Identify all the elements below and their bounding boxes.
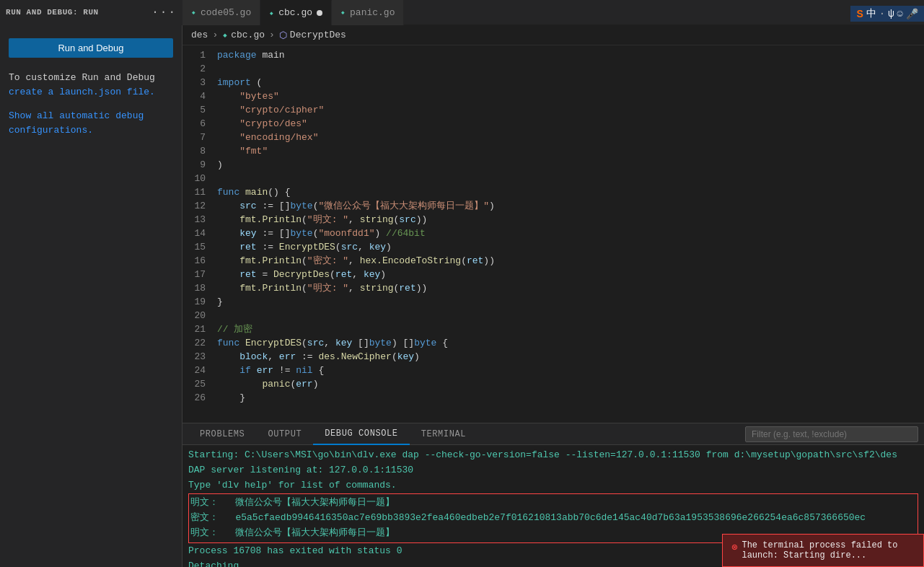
modified-dot [317, 10, 322, 16]
code-line: 6 "crypto/des" [182, 117, 924, 131]
code-line: 26 } [182, 391, 924, 405]
breadcrumb-file: cbc.go [231, 30, 265, 40]
panel-filter-input[interactable] [745, 426, 918, 442]
code-line: 3 import ( [182, 76, 924, 89]
code-line: 9 ) [182, 158, 924, 172]
panel-line: Starting: C:\Users\MSI\go\bin\dlv.exe da… [188, 448, 918, 463]
breadcrumb-des: des [191, 30, 208, 40]
go-icon-code05: ⬥ [191, 8, 196, 17]
code-line: 4 "bytes" [182, 89, 924, 103]
panel-line-mingwen1: 明文： 微信公众号【福大大架构师每日一题】 [189, 496, 918, 511]
tab-terminal[interactable]: TERMINAL [410, 423, 478, 445]
go-icon-panic: ⬥ [340, 8, 346, 17]
code-line: 24 if err != nil { [182, 364, 924, 377]
tab-code05[interactable]: ⬥ code05.go [182, 0, 260, 25]
tab-code05-label: code05.go [201, 7, 251, 18]
tab-problems[interactable]: PROBLEMS [188, 423, 256, 445]
panel-line: DAP server listening at: 127.0.0.1:11530 [188, 463, 918, 478]
code-line: 13 fmt.Println("明文: ", string(src)) [182, 213, 924, 227]
go-icon-cbc: ⬥ [269, 9, 274, 17]
error-toast: ⊗ The terminal process failed to launch:… [722, 534, 924, 567]
run-debug-button[interactable]: Run and Debug [9, 38, 173, 58]
show-auto-debug-link[interactable]: Show all automatic debug configurations. [0, 105, 182, 141]
tab-output[interactable]: OUTPUT [256, 423, 313, 445]
ime-icon3: 🎤 [906, 8, 918, 20]
sidebar-more-icon[interactable]: ··· [151, 6, 177, 19]
error-icon: ⊗ [731, 541, 737, 553]
breadcrumb-go-icon: ⬥ [222, 30, 228, 40]
tab-debug-console[interactable]: DEBUG CONSOLE [313, 423, 409, 445]
tab-panic-label: panic.go [350, 7, 395, 18]
breadcrumb-symbol-icon: ⬡ [279, 30, 287, 41]
code-line: 23 block, err := des.NewCipher(key) [182, 350, 924, 364]
tab-panic[interactable]: ⬥ panic.go [332, 0, 404, 25]
create-launch-json-link[interactable]: create a launch.json file. [9, 87, 155, 97]
tab-cbc-label: cbc.go [278, 7, 312, 18]
ime-indicator: S 中 · ψ ☺ 🎤 [850, 6, 924, 22]
ime-dot: · [879, 8, 885, 19]
ime-label: S [856, 8, 863, 19]
error-toast-message: The terminal process failed to launch: S… [742, 540, 915, 561]
breadcrumb-func: DecryptDes [290, 30, 346, 40]
tab-cbc[interactable]: ⬥ cbc.go [260, 0, 332, 25]
code-line: 17 ret = DecryptDes(ret, key) [182, 268, 924, 281]
panel-line: Type 'dlv help' for list of commands. [188, 478, 918, 493]
code-line: 2 [182, 62, 924, 76]
code-line: 19 } [182, 295, 924, 309]
code-line: 22 func EncryptDES(src, key []byte) []by… [182, 336, 924, 350]
code-line: 16 fmt.Println("密文: ", hex.EncodeToStrin… [182, 254, 924, 268]
panel-tab-bar: PROBLEMS OUTPUT DEBUG CONSOLE TERMINAL [182, 423, 924, 445]
code-line: 15 ret := EncryptDES(src, key) [182, 240, 924, 254]
code-line: 25 panic(err) [182, 377, 924, 391]
sidebar: Run and Debug To customize Run and Debug… [0, 25, 182, 567]
tab-bar: RUN AND DEBUG: RUN ··· ⬥ code05.go ⬥ cbc… [0, 0, 924, 25]
code-line: 10 [182, 172, 924, 185]
breadcrumb: des › ⬥ cbc.go › ⬡ DecryptDes [182, 25, 924, 45]
code-line: 1 package main [182, 48, 924, 62]
code-line: 14 key := []byte("moonfdd1") //64bit [182, 227, 924, 240]
code-line: 5 "crypto/cipher" [182, 103, 924, 117]
editor-area: des › ⬥ cbc.go › ⬡ DecryptDes 1 package … [182, 25, 924, 567]
breadcrumb-sep1: › [212, 30, 218, 40]
code-line: 18 fmt.Println("明文: ", string(ret)) [182, 281, 924, 295]
ime-icon1: ψ [888, 8, 894, 19]
code-editor[interactable]: 1 package main 2 3 import ( 4 "bytes" 5 [182, 45, 924, 423]
ime-icon2: ☺ [897, 8, 903, 19]
code-line: 21 // 加密 [182, 322, 924, 336]
code-line: 12 src := []byte("微信公众号【福大大架构师每日一题】") [182, 199, 924, 213]
code-line: 20 [182, 309, 924, 322]
sidebar-description: To customize Run and Debug create a laun… [0, 65, 182, 105]
ime-zh-label: 中 [866, 7, 876, 20]
code-line: 7 "encoding/hex" [182, 131, 924, 144]
panel-line-miwen: 密文： e5a5cfaedb9946416350ac7e69bb3893e2fe… [189, 511, 918, 526]
code-line: 8 "fmt" [182, 144, 924, 158]
sidebar-header-label: RUN AND DEBUG: RUN [6, 8, 99, 17]
code-line: 11 func main() { [182, 185, 924, 199]
breadcrumb-sep2: › [269, 30, 275, 40]
